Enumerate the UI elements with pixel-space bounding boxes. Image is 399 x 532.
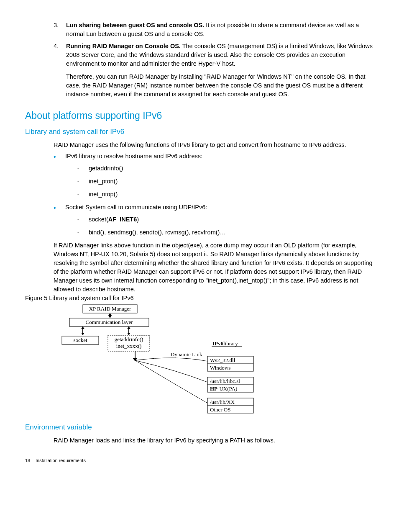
list-item-4: 4. Running RAID Manager on Console OS. T… bbox=[54, 42, 374, 68]
list-text: Lun sharing between guest OS and console… bbox=[66, 21, 374, 39]
bullet-text: Socket System call to communicate using … bbox=[65, 204, 207, 211]
sub-list: getaddrinfo() inet_pton() inet_ntop() bbox=[77, 164, 374, 199]
list-number: 3. bbox=[54, 21, 66, 39]
page-number: 18 bbox=[25, 457, 34, 464]
figure-diagram: XP RAID Manager Communication layer sock… bbox=[54, 303, 374, 418]
sub-item: inet_ntop() bbox=[77, 190, 374, 199]
paragraph: RAID Manager loads and links the library… bbox=[54, 436, 374, 445]
diag-box-comm: Communication layer bbox=[85, 319, 133, 325]
list4-continuation: Therefore, you can run RAID Manager by i… bbox=[66, 72, 374, 99]
bullet-item: Socket System call to communicate using … bbox=[54, 203, 374, 237]
heading-library-syscall: Library and system call for IPv6 bbox=[25, 127, 374, 137]
sub-item: socket(AF_INET6) bbox=[77, 215, 374, 224]
diag-label-dynlink: Dynamic Link bbox=[171, 351, 202, 357]
list-item-3: 3. Lun sharing between guest OS and cons… bbox=[54, 21, 374, 39]
list-lead-bold: Running RAID Manager on Console OS. bbox=[66, 43, 181, 49]
paragraph: If RAID Manager links above function in … bbox=[54, 241, 374, 294]
heading-env-variable: Environment variable bbox=[25, 422, 374, 433]
diag-box-xx: /usr/lib/XX bbox=[210, 399, 235, 405]
list-lead-bold: Lun sharing between guest OS and console… bbox=[66, 22, 204, 28]
diag-box-ws2: Ws2_32.dll bbox=[210, 357, 235, 363]
svg-marker-6 bbox=[81, 326, 84, 329]
bullet-item: IPv6 library to resolve hostname and IPv… bbox=[54, 152, 374, 199]
sub-list: socket(AF_INET6) bind(), sendmsg(), send… bbox=[77, 215, 374, 237]
diag-box-rm: XP RAID Manager bbox=[89, 306, 131, 312]
figure-caption: Figure 5 Library and system call for IPv… bbox=[25, 294, 374, 303]
list-text: Running RAID Manager on Console OS. The … bbox=[66, 42, 374, 68]
page-footer: 18 Installation requirements bbox=[25, 457, 374, 464]
sub-item: getaddrinfo() bbox=[77, 164, 374, 173]
svg-marker-9 bbox=[127, 326, 130, 329]
diag-box-other: Other OS bbox=[210, 406, 230, 413]
svg-marker-7 bbox=[81, 333, 84, 335]
diag-box-hpux: HP-UX(PA) bbox=[210, 386, 237, 392]
list-number: 4. bbox=[54, 42, 66, 68]
diag-box-inetx: inet_xxxx() bbox=[116, 343, 142, 349]
diag-box-libc: /usr/lib/libc.sl bbox=[210, 378, 240, 384]
svg-marker-3 bbox=[108, 313, 112, 316]
diag-box-win: Windows bbox=[210, 365, 230, 371]
diag-box-socket: socket bbox=[73, 337, 87, 343]
bullet-list: IPv6 library to resolve hostname and IPv… bbox=[54, 152, 374, 237]
svg-marker-4 bbox=[108, 316, 112, 318]
heading-about-platforms: About platforms supporting IPv6 bbox=[25, 109, 374, 123]
bullet-text: IPv6 library to resolve hostname and IPv… bbox=[65, 153, 202, 159]
svg-marker-10 bbox=[127, 333, 130, 335]
sub-item: inet_pton() bbox=[77, 177, 374, 186]
diag-label-ipv6: IPv6library bbox=[212, 340, 238, 347]
diag-box-getaddr: getaddrinfo() bbox=[115, 336, 143, 342]
sub-item: bind(), sendmsg(), sendto(), rcvmsg(), r… bbox=[77, 228, 374, 237]
paragraph: RAID Manager uses the following function… bbox=[54, 141, 374, 149]
footer-title: Installation requirements bbox=[36, 458, 86, 463]
